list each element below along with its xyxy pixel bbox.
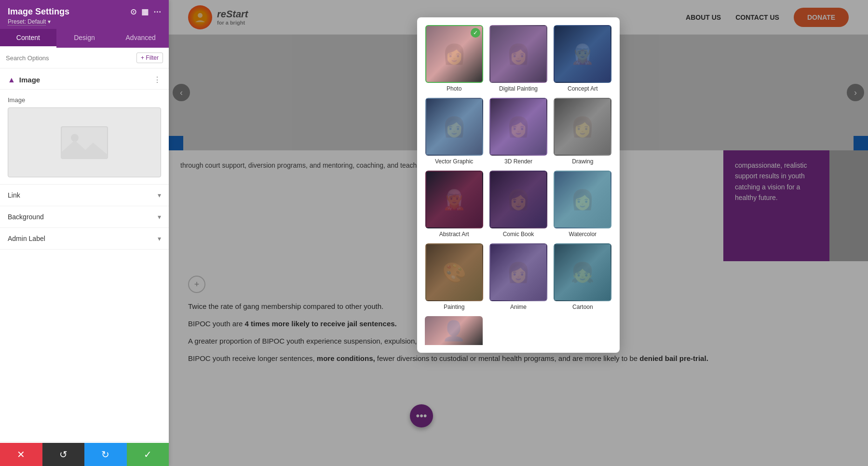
panel-title-icons: ⊙ ▦ ⋯ xyxy=(130,7,161,16)
thumb-inner-6: 🧝 xyxy=(426,172,482,227)
close-button[interactable]: ✕ xyxy=(0,443,42,466)
thumb-inner-7: 👩 xyxy=(490,172,546,227)
style-item[interactable]: 👩 Comic Book xyxy=(489,171,547,238)
panel-tabs: Content Design Advanced xyxy=(0,29,169,48)
save-icon: ✓ xyxy=(144,449,152,460)
panel-search: + Filter xyxy=(0,48,169,68)
redo-icon: ↻ xyxy=(101,449,109,460)
thumb-inner-1: 👩 xyxy=(490,26,546,82)
undo-button[interactable]: ↺ xyxy=(42,443,85,466)
background-label: Background xyxy=(8,213,44,221)
modal-overlay: 👩 ✓ Photo 👩 Digital Painting 🧝 Concept A… xyxy=(169,0,868,466)
redo-button[interactable]: ↻ xyxy=(84,443,127,466)
tab-content[interactable]: Content xyxy=(0,29,56,48)
style-label-0: Photo xyxy=(447,85,461,92)
style-label-9: Painting xyxy=(444,304,464,310)
style-item[interactable]: 👩 Watercolor xyxy=(554,171,612,238)
placeholder-svg xyxy=(60,126,108,160)
thumb-inner-11: 👧 xyxy=(555,244,610,300)
admin-label-chevron-icon: ▾ xyxy=(158,235,161,242)
style-thumb-digital-painting: 👩 xyxy=(489,25,547,83)
fullscreen-icon[interactable]: ⊙ xyxy=(130,7,136,16)
style-label-10: Anime xyxy=(510,304,527,310)
style-thumb-drawing: 👩 xyxy=(554,98,611,156)
style-item[interactable]: 👩 Digital Painting xyxy=(489,25,547,92)
undo-icon: ↺ xyxy=(59,449,68,460)
style-thumb-photo: 👩 ✓ xyxy=(425,25,483,83)
style-item[interactable]: 👩 3D Render xyxy=(489,98,547,165)
background-chevron-icon: ▾ xyxy=(158,213,161,221)
style-label-7: Comic Book xyxy=(503,231,534,238)
panel-preset[interactable]: Preset: Default ▾ xyxy=(8,18,161,25)
left-panel: Image Settings ⊙ ▦ ⋯ Preset: Default ▾ C… xyxy=(0,0,169,466)
image-section-menu-icon[interactable]: ⋮ xyxy=(153,75,161,84)
style-thumb-cartoon: 👧 xyxy=(554,243,611,301)
admin-label-section[interactable]: Admin Label ▾ xyxy=(0,228,169,250)
filter-button[interactable]: + Filter xyxy=(136,53,163,63)
thumb-inner-3: 👩 xyxy=(426,99,482,155)
close-icon: ✕ xyxy=(17,449,25,460)
thumb-inner-9: 🎨 xyxy=(426,244,482,300)
selected-checkmark: ✓ xyxy=(471,28,480,38)
image-collapse-icon[interactable]: ▲ xyxy=(8,76,15,84)
style-thumb-3d-render: 👩 xyxy=(489,98,547,156)
link-label: Link xyxy=(8,191,20,199)
style-thumb-abstract-art: 🧝 xyxy=(425,171,483,228)
style-item[interactable]: 👩 Vector Graphic xyxy=(425,98,483,165)
style-thumb-anime: 👩 xyxy=(489,243,547,301)
background-section[interactable]: Background ▾ xyxy=(0,206,169,228)
style-label-4: 3D Render xyxy=(504,158,532,165)
main-content: reStart for a bright ABOUT US CONTACT US… xyxy=(169,0,868,466)
style-thumb-painting: 🎨 xyxy=(425,243,483,301)
style-item[interactable]: 👧 Cartoon xyxy=(554,243,612,310)
partial-row: 👤 xyxy=(425,316,612,345)
style-label-8: Watercolor xyxy=(569,231,597,238)
image-section-header: ▲ Image ⋮ xyxy=(0,68,169,90)
thumb-inner-4: 👩 xyxy=(490,99,546,155)
style-item[interactable]: 👩 Anime xyxy=(489,243,547,310)
save-button[interactable]: ✓ xyxy=(127,443,169,466)
style-item[interactable]: 👩 Drawing xyxy=(554,98,612,165)
style-label-6: Abstract Art xyxy=(439,231,469,238)
more-icon[interactable]: ⋯ xyxy=(153,7,161,16)
image-preview-area: Image xyxy=(0,90,169,185)
tab-advanced[interactable]: Advanced xyxy=(112,29,169,48)
image-placeholder[interactable] xyxy=(8,107,161,177)
partial-thumb: 👤 xyxy=(425,316,483,345)
style-item[interactable]: 🎨 Painting xyxy=(425,243,483,310)
thumb-inner-5: 👩 xyxy=(555,99,610,155)
style-item[interactable]: 👩 ✓ Photo xyxy=(425,25,483,92)
image-section: ▲ Image ⋮ Image xyxy=(0,68,169,185)
image-section-title: ▲ Image xyxy=(8,76,40,84)
style-grid: 👩 ✓ Photo 👩 Digital Painting 🧝 Concept A… xyxy=(425,25,612,310)
link-section[interactable]: Link ▾ xyxy=(0,185,169,206)
style-label-11: Cartoon xyxy=(572,304,593,310)
style-label-5: Drawing xyxy=(572,158,593,165)
style-item[interactable]: 🧝 Concept Art xyxy=(554,25,612,92)
style-thumb-vector-graphic: 👩 xyxy=(425,98,483,156)
tab-design[interactable]: Design xyxy=(56,29,113,48)
style-label-2: Concept Art xyxy=(568,85,598,92)
partial-thumb-inner: 👤 xyxy=(425,316,483,345)
style-thumb-concept-art: 🧝 xyxy=(554,25,611,83)
style-label-3: Vector Graphic xyxy=(435,158,473,165)
thumb-inner-10: 👩 xyxy=(490,244,546,300)
bottom-toolbar: ✕ ↺ ↻ ✓ xyxy=(0,443,169,466)
style-item[interactable]: 🧝 Abstract Art xyxy=(425,171,483,238)
link-chevron-icon: ▾ xyxy=(158,191,161,199)
style-label-1: Digital Painting xyxy=(499,85,538,92)
grid-icon[interactable]: ▦ xyxy=(141,7,149,16)
style-thumb-watercolor: 👩 xyxy=(554,171,611,228)
panel-title: Image Settings ⊙ ▦ ⋯ xyxy=(8,7,161,17)
admin-label-text: Admin Label xyxy=(8,235,45,242)
panel-title-text: Image Settings xyxy=(8,7,69,17)
style-picker-modal: 👩 ✓ Photo 👩 Digital Painting 🧝 Concept A… xyxy=(417,17,620,353)
panel-header: Image Settings ⊙ ▦ ⋯ Preset: Default ▾ xyxy=(0,0,169,29)
style-thumb-comic-book: 👩 xyxy=(489,171,547,228)
image-label: Image xyxy=(8,96,161,104)
thumb-inner-8: 👩 xyxy=(555,172,610,227)
thumb-inner-2: 🧝 xyxy=(555,26,610,82)
search-input[interactable] xyxy=(6,54,133,62)
